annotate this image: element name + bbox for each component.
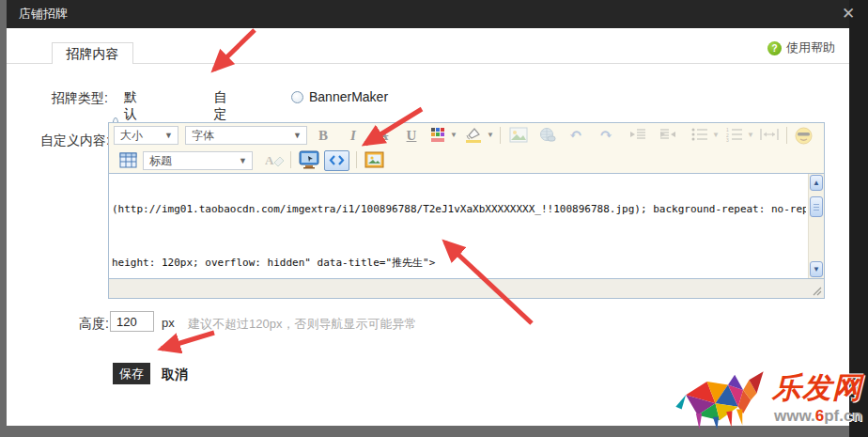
undo-icon[interactable]: ↶ <box>566 126 585 145</box>
help-question-icon: ? <box>767 41 782 55</box>
emoticon-icon[interactable] <box>795 127 814 144</box>
source-code-textarea[interactable]: (http://img01.taobaocdn.com/imgextra/i1/… <box>109 173 824 279</box>
chevron-down-icon[interactable]: ▼ <box>747 131 754 139</box>
background-color-icon[interactable] <box>464 127 483 144</box>
scroll-down-icon[interactable]: ▼ <box>810 261 823 277</box>
svg-text:A: A <box>265 153 274 167</box>
heading-dropdown-label: 标题 <box>149 154 172 167</box>
editor-toolbar-row2: 标题▼ A <box>109 148 824 173</box>
chevron-down-icon[interactable]: ▼ <box>487 131 494 139</box>
insert-table-icon[interactable] <box>119 151 138 168</box>
font-size-dropdown-label: 大小 <box>120 129 143 142</box>
shop-sign-dialog: 店铺招牌 ? 使用帮助 招牌内容 招牌类型: 默认招牌 自定义招牌 Banner… <box>7 0 849 426</box>
code-line: (http://img01.taobaocdn.com/imgextra/i1/… <box>112 200 806 218</box>
dialog-title: 店铺招牌 <box>19 0 68 28</box>
height-label: 高度: <box>79 316 109 333</box>
resize-grip-icon[interactable] <box>812 286 822 296</box>
bold-button[interactable]: B <box>314 126 333 145</box>
line-spacing-icon[interactable] <box>759 127 778 144</box>
source-code-button[interactable] <box>324 150 349 171</box>
underline-button[interactable]: U <box>402 126 421 145</box>
font-family-dropdown-label: 字体 <box>192 129 214 142</box>
italic-button[interactable]: I <box>344 126 363 145</box>
help-label: 使用帮助 <box>786 39 835 56</box>
page-background-right <box>849 0 868 437</box>
numbered-list-icon[interactable]: 123 <box>725 127 744 144</box>
tab-sign-content[interactable]: 招牌内容 <box>52 42 133 64</box>
editor-toolbar-row1: 大小▼ 字体▼ B I A U ▼ ▼ <box>109 123 824 148</box>
help-link[interactable]: ? 使用帮助 <box>767 40 835 55</box>
height-hint: 建议不超过120px，否则导航显示可能异常 <box>188 316 416 333</box>
indent-decrease-icon[interactable] <box>659 127 677 144</box>
photo-frame-icon[interactable] <box>364 151 383 168</box>
vertical-scrollbar[interactable]: ▲ ▼ <box>808 174 824 278</box>
chevron-down-icon[interactable]: ▼ <box>450 131 457 139</box>
height-input[interactable] <box>110 311 154 332</box>
custom-content-label: 自定义内容: <box>40 133 110 149</box>
height-unit: px <box>162 316 175 330</box>
chevron-down-icon[interactable]: ▼ <box>712 131 720 139</box>
bullet-list-icon[interactable] <box>690 127 709 144</box>
page-background-bottom <box>0 426 849 437</box>
strikethrough-button[interactable]: A <box>374 126 393 145</box>
heading-dropdown[interactable]: 标题▼ <box>143 151 253 170</box>
chevron-down-icon: ▼ <box>239 152 247 169</box>
radio-bannermaker-label[interactable]: BannerMaker <box>309 89 388 104</box>
close-icon[interactable]: ✕ <box>839 5 858 23</box>
svg-text:3: 3 <box>726 137 729 142</box>
editor-statusbar <box>109 279 824 298</box>
radio-bannermaker[interactable]: BannerMaker <box>291 89 388 104</box>
font-color-icon[interactable] <box>429 127 448 144</box>
chevron-down-icon: ▼ <box>293 127 302 144</box>
font-family-dropdown[interactable]: 字体▼ <box>185 126 307 145</box>
code-content: (http://img01.taobaocdn.com/imgextra/i1/… <box>112 173 806 279</box>
page: 店铺招牌 ? 使用帮助 招牌内容 招牌类型: 默认招牌 自定义招牌 Banner… <box>0 0 868 437</box>
preview-screen-icon[interactable] <box>299 150 318 167</box>
save-button[interactable]: 保存 <box>113 363 150 384</box>
scroll-up-icon[interactable]: ▲ <box>810 175 823 191</box>
font-size-dropdown[interactable]: 大小▼ <box>114 126 178 145</box>
dialog-titlebar: 店铺招牌 <box>7 0 849 28</box>
remove-format-icon[interactable]: A <box>265 151 284 168</box>
radio-circle-icon[interactable] <box>291 91 303 103</box>
insert-link-icon[interactable] <box>538 127 557 144</box>
cancel-button[interactable]: 取消 <box>162 367 188 383</box>
redo-icon[interactable]: ↷ <box>597 126 615 145</box>
rich-text-editor: 大小▼ 字体▼ B I A U ▼ ▼ <box>108 122 825 299</box>
indent-increase-icon[interactable] <box>628 127 647 144</box>
sign-type-label: 招牌类型: <box>52 90 108 107</box>
code-line: height: 120px; overflow: hidden" data-ti… <box>112 254 806 272</box>
chevron-down-icon: ▼ <box>164 127 173 144</box>
scrollbar-thumb[interactable] <box>810 196 823 217</box>
insert-image-icon[interactable] <box>509 127 528 144</box>
